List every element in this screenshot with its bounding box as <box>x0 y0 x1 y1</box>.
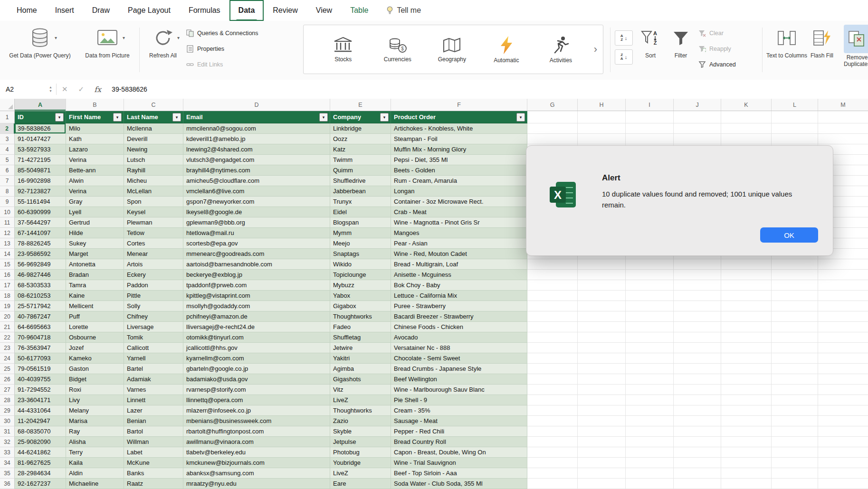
cell[interactable] <box>626 395 674 405</box>
cell[interactable] <box>527 332 578 343</box>
cell[interactable]: Rum - Cream, Amarula <box>391 176 527 186</box>
cell[interactable] <box>818 291 868 301</box>
filter-button[interactable]: ▾ <box>55 113 64 122</box>
cell[interactable] <box>626 458 674 468</box>
table-header-cell[interactable]: Product Order▾ <box>391 111 527 123</box>
cell[interactable]: Osbourne <box>66 332 124 343</box>
cell[interactable]: Artois <box>124 259 183 270</box>
edit-links-button[interactable]: Edit Links <box>186 58 300 71</box>
cell[interactable] <box>578 111 626 123</box>
cell[interactable]: 23-9586592 <box>15 249 66 259</box>
cell[interactable]: Pepsi - Diet, 355 Ml <box>391 155 527 165</box>
data-type-automatic[interactable]: Automatic <box>479 25 534 74</box>
table-header-cell[interactable]: First Name▾ <box>66 111 124 123</box>
cell[interactable]: 68-0835070 <box>15 426 66 437</box>
cell[interactable]: Wine - Marlbourough Sauv Blanc <box>391 385 527 395</box>
cell[interactable] <box>626 134 674 144</box>
cell[interactable] <box>674 437 721 447</box>
row-header[interactable]: 36 <box>0 479 15 489</box>
cell[interactable]: Yabox <box>330 291 391 301</box>
cell[interactable] <box>772 134 818 144</box>
cell[interactable]: Meejo <box>330 238 391 249</box>
row-header[interactable]: 24 <box>0 353 15 364</box>
cell[interactable]: Gertrud <box>66 217 124 228</box>
cell[interactable] <box>578 259 626 270</box>
column-header[interactable]: K <box>721 99 772 111</box>
cell[interactable]: Yakitri <box>330 353 391 364</box>
cell[interactable] <box>772 301 818 311</box>
cell[interactable] <box>772 479 818 489</box>
cell[interactable] <box>818 458 868 468</box>
cell[interactable] <box>818 301 868 311</box>
cell[interactable]: lnewing2@4shared.com <box>183 144 330 155</box>
cell[interactable] <box>721 280 772 291</box>
cell[interactable]: 92-7123827 <box>15 186 66 197</box>
cell[interactable] <box>772 291 818 301</box>
cell[interactable]: Bidget <box>66 374 124 385</box>
cell[interactable] <box>818 111 868 123</box>
cell[interactable]: Bartol <box>124 426 183 437</box>
row-header[interactable]: 18 <box>0 291 15 301</box>
cell[interactable]: McKune <box>124 458 183 468</box>
cell[interactable]: badamiako@usda.gov <box>183 374 330 385</box>
cell[interactable]: 56-9692849 <box>15 259 66 270</box>
row-header[interactable]: 6 <box>0 165 15 176</box>
cell[interactable]: Jetpulse <box>330 437 391 447</box>
cell[interactable]: Mybuzz <box>330 280 391 291</box>
cell[interactable]: gspon7@newyorker.com <box>183 197 330 207</box>
cell[interactable]: Bacardi Breezer - Strawberry <box>391 311 527 322</box>
cell[interactable]: kyarnellm@com.com <box>183 353 330 364</box>
cell[interactable] <box>772 311 818 322</box>
data-from-picture-button[interactable]: ▾ Data from Picture <box>80 25 135 59</box>
cell[interactable]: Katz <box>330 144 391 155</box>
cell[interactable]: Youbridge <box>330 458 391 468</box>
cell[interactable]: awillmanu@vinaora.com <box>183 437 330 447</box>
cell[interactable]: Antonetta <box>66 259 124 270</box>
cell[interactable]: vlutsch3@engadget.com <box>183 155 330 165</box>
cell[interactable] <box>626 479 674 489</box>
cell[interactable]: Keysel <box>124 207 183 217</box>
column-header[interactable]: D <box>183 99 330 111</box>
cell[interactable] <box>626 111 674 123</box>
menu-view[interactable]: View <box>307 0 341 21</box>
row-header[interactable]: 33 <box>0 447 15 458</box>
cell[interactable] <box>527 395 578 405</box>
cell[interactable] <box>626 123 674 134</box>
cell[interactable] <box>527 291 578 301</box>
row-header[interactable]: 3 <box>0 134 15 144</box>
cell[interactable] <box>626 332 674 343</box>
cell[interactable]: Mymm <box>330 228 391 238</box>
cell[interactable]: kmckunew@bizjournals.com <box>183 458 330 468</box>
cell[interactable] <box>527 111 578 123</box>
cell[interactable]: Wikido <box>330 259 391 270</box>
cell[interactable] <box>626 311 674 322</box>
row-header[interactable]: 28 <box>0 395 15 405</box>
cell[interactable]: 68-5303533 <box>15 280 66 291</box>
cell[interactable]: Michaeline <box>66 479 124 489</box>
cell[interactable]: Kaine <box>66 291 124 301</box>
cell[interactable]: htetlowa@mail.ru <box>183 228 330 238</box>
cell[interactable]: mbenians@businessweek.com <box>183 416 330 426</box>
row-header[interactable]: 15 <box>0 259 15 270</box>
cell[interactable]: Beets - Golden <box>391 165 527 176</box>
cell[interactable]: Micheu <box>124 176 183 186</box>
menu-tell-me[interactable]: Tell me <box>377 0 430 21</box>
menu-draw[interactable]: Draw <box>83 0 119 21</box>
cell[interactable] <box>674 270 721 280</box>
cell[interactable]: Marget <box>66 249 124 259</box>
cell[interactable]: Jozef <box>66 343 124 353</box>
row-header[interactable]: 2 <box>0 123 15 134</box>
cell[interactable]: Menear <box>124 249 183 259</box>
cell[interactable] <box>626 385 674 395</box>
cell[interactable]: Lazer <box>124 405 183 416</box>
cell[interactable]: 16-9902898 <box>15 176 66 186</box>
cell[interactable]: 08-6210253 <box>15 291 66 301</box>
cell[interactable]: Skyble <box>330 426 391 437</box>
cell[interactable]: Muffin Mix - Morning Glory <box>391 144 527 155</box>
cell[interactable] <box>527 270 578 280</box>
cell[interactable] <box>721 458 772 468</box>
cell[interactable] <box>721 353 772 364</box>
cell[interactable]: Livy <box>66 395 124 405</box>
row-header[interactable]: 34 <box>0 458 15 468</box>
cell[interactable]: Bradan <box>66 270 124 280</box>
